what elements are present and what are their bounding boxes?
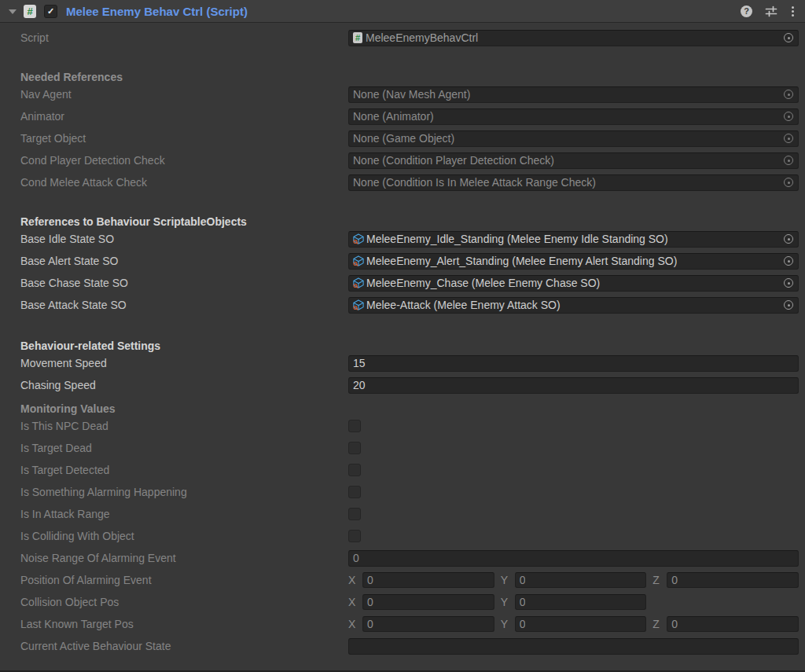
field-value: #MeleeEnemyBehavCtrl [348,30,799,46]
row-is-this-npc-dead: Is This NPC Dead [0,415,805,437]
vector-component-y: Y0 [501,572,647,588]
row-position-of-alarming-event: Position Of Alarming EventX0Y0Z0 [0,569,805,591]
section-monitoring-values: Monitoring ValuesIs This NPC DeadIs Targ… [0,396,805,657]
foldout-arrow-icon[interactable] [9,9,17,14]
vector-field-position-of-alarming-event-y: 0 [515,572,647,588]
object-picker-icon[interactable] [784,234,793,244]
object-picker-icon[interactable] [784,256,793,266]
object-field-target-object: None (Game Object) [348,130,799,147]
component-enabled-checkbox[interactable]: ✓ [44,5,57,18]
field-value: MeleeEnemy_Alert_Standing (Melee Enemy A… [348,253,799,270]
object-field-text: None (Animator) [353,110,434,123]
object-picker-icon [784,90,793,99]
field-label: Last Known Target Pos [20,618,348,630]
field-value: 0 [348,550,799,567]
field-value: X0Y0Z0 [348,572,799,588]
field-value: None (Game Object) [348,130,799,147]
field-value: 20 [348,377,799,394]
vector-last-known-target-pos: X0Y0Z0 [348,616,799,632]
field-label: Position Of Alarming Event [20,574,348,586]
field-value [348,508,799,520]
field-value [348,464,799,476]
row-current-active-behaviour-state: Current Active Behaviour State [0,635,805,657]
row-is-colliding-with-object: Is Colliding With Object [0,525,805,547]
vector-field-value: 0 [520,618,526,630]
vector-component-x: X0 [348,594,494,610]
axis-label: X [348,618,357,630]
presets-icon[interactable] [765,6,777,17]
object-field-base-attack-state-so[interactable]: Melee-Attack (Melee Enemy Attack SO) [348,297,799,314]
axis-label: Y [501,618,509,630]
unity-inspector-component: # ✓ Melee Enemy Behav Ctrl (Script) ? Sc… [0,0,805,672]
vector-component-y: Y0 [501,594,647,610]
object-field-text: MeleeEnemy_Idle_Standing (Melee Enemy Id… [366,233,668,245]
help-icon[interactable]: ? [741,6,752,17]
field-value [348,486,799,498]
object-field-text: None (Game Object) [353,132,454,145]
row-last-known-target-pos: Last Known Target PosX0Y0Z0 [0,613,805,635]
row-animator: AnimatorNone (Animator) [0,105,805,127]
vector-field-value: 0 [367,618,373,630]
row-base-alert-state-so: Base Alert State SOMeleeEnemy_Alert_Stan… [0,250,805,272]
vector-field-collision-object-pos-y: 0 [515,594,647,610]
object-picker-icon [784,156,793,165]
object-picker-icon[interactable] [784,33,793,42]
checkbox-is-colliding-with-object [348,530,361,542]
field-value: None (Nav Mesh Agent) [348,86,799,103]
field-label: Is In Attack Range [20,508,348,520]
axis-label: Y [501,574,509,586]
field-label: Is Colliding With Object [20,530,348,542]
axis-label: X [348,574,357,586]
object-field-base-chase-state-so[interactable]: MeleeEnemy_Chase (Melee Enemy Chase SO) [348,275,799,292]
vector-field-position-of-alarming-event-x: 0 [362,572,494,588]
field-value: X0Y0 [348,594,799,610]
vector-field-last-known-target-pos-z: 0 [667,616,799,632]
object-field-text: MeleeEnemy_Chase (Melee Enemy Chase SO) [366,277,600,289]
section-header: Needed References [0,64,805,83]
field-label: Collision Object Pos [20,596,348,608]
vector-field-position-of-alarming-event-z: 0 [667,572,799,588]
row-is-target-detected: Is Target Detected [0,459,805,481]
object-picker-icon[interactable] [784,278,793,288]
inspector-body: Script#MeleeEnemyBehavCtrlNeeded Referen… [0,23,805,657]
text-field-movement-speed[interactable]: 15 [348,355,799,372]
more-options-icon[interactable] [790,5,796,18]
text-field-value: 0 [353,552,359,564]
vector-field-value: 0 [367,596,373,608]
axis-label: Z [652,618,661,630]
field-label: Target Object [20,132,348,145]
row-cond-melee-attack-check: Cond Melee Attack CheckNone (Condition I… [0,171,805,193]
field-value [348,530,799,542]
component-header[interactable]: # ✓ Melee Enemy Behav Ctrl (Script) ? [0,0,805,23]
field-label: Cond Player Detection Check [20,154,348,167]
vector-field-last-known-target-pos-x: 0 [362,616,494,632]
section-header: Monitoring Values [0,396,805,415]
text-field-chasing-speed[interactable]: 20 [348,377,799,394]
text-field-value: 15 [353,357,366,369]
text-field-value: 20 [353,379,366,391]
checkbox-is-target-dead [348,442,361,454]
row-is-something-alarming-happening: Is Something Alarming Happening [0,481,805,503]
object-field-animator: None (Animator) [348,108,799,125]
object-field-base-alert-state-so[interactable]: MeleeEnemy_Alert_Standing (Melee Enemy A… [348,253,799,270]
field-value: MeleeEnemy_Chase (Melee Enemy Chase SO) [348,275,799,292]
object-field-cond-player-detection-check: None (Condition Player Detection Check) [348,152,799,169]
object-picker-icon [784,134,793,143]
vector-field-value: 0 [520,574,526,586]
field-value: None (Condition Is In Melee Attack Range… [348,174,799,191]
vector-component-y: Y0 [501,616,647,632]
scriptable-object-icon [353,299,364,310]
field-label: Is Target Dead [20,442,348,454]
csharp-script-icon: # [24,5,36,18]
section-behaviour-related-settings: Behaviour-related SettingsMovement Speed… [0,333,805,396]
section-needed-references: Needed ReferencesNav AgentNone (Nav Mesh… [0,64,805,193]
checkbox-is-in-attack-range [348,508,361,520]
field-label: Base Chase State SO [20,277,348,289]
field-label: Is Something Alarming Happening [20,486,348,498]
row-base-chase-state-so: Base Chase State SOMeleeEnemy_Chase (Mel… [0,272,805,294]
field-label: Animator [20,110,348,123]
object-field-base-idle-state-so[interactable]: MeleeEnemy_Idle_Standing (Melee Enemy Id… [348,231,799,248]
vector-collision-object-pos: X0Y0 [348,594,799,610]
object-picker-icon[interactable] [784,300,793,310]
field-value [348,638,799,655]
